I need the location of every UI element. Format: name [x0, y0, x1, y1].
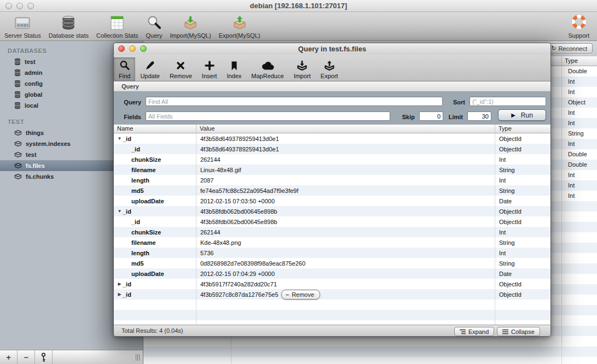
- close-button[interactable]: [5, 3, 12, 9]
- collapse-button[interactable]: Collapse: [497, 327, 540, 336]
- remove-minus-icon: –: [286, 291, 289, 298]
- query-field-label: Query: [117, 99, 141, 105]
- update-button[interactable]: Update: [135, 57, 164, 81]
- update-pen-icon: [144, 59, 155, 72]
- remove-x-icon: [176, 59, 186, 72]
- export-button[interactable]: Export: [316, 57, 343, 81]
- result-row[interactable]: uploadDate 2012-02-15 07:03:50 +0000 Dat…: [114, 196, 550, 206]
- disclosure-expanded-icon[interactable]: [117, 136, 123, 141]
- collection-stats-icon: [109, 14, 125, 32]
- export-mysql-icon: [231, 14, 248, 32]
- type-column-header[interactable]: Type: [499, 125, 512, 132]
- import-box-icon: [297, 59, 308, 72]
- query-window-title: Query in test.fs.files: [298, 45, 366, 53]
- fields-input[interactable]: [146, 111, 390, 121]
- expand-button[interactable]: Expand: [454, 327, 494, 336]
- result-row[interactable]: filename Linux-48x48.gif String: [114, 165, 550, 175]
- support-button[interactable]: Support: [568, 14, 589, 39]
- query-window-titlebar[interactable]: Query in test.fs.files: [114, 43, 550, 55]
- close-button[interactable]: [118, 45, 125, 52]
- zoom-button[interactable]: [140, 45, 147, 52]
- name-column-header[interactable]: Name: [117, 125, 133, 132]
- minimize-button[interactable]: [16, 3, 23, 9]
- remove-button[interactable]: −: [18, 350, 35, 364]
- find-button[interactable]: Find: [114, 57, 135, 81]
- result-row[interactable]: md5 0d8268982d7e08398f98a9eac875e260 Str…: [114, 258, 550, 268]
- database-icon: [14, 102, 21, 109]
- toolbar-item-label: Find: [119, 73, 130, 79]
- database-stats-icon: [60, 14, 77, 32]
- main-window-title: debian [192.168.1.101:27017]: [250, 2, 347, 10]
- export-mysql-button[interactable]: Export(MySQL): [219, 14, 260, 39]
- remove-document-button[interactable]: Remove: [165, 57, 197, 81]
- sort-input[interactable]: [470, 97, 546, 106]
- skip-input[interactable]: [419, 111, 443, 121]
- reconnect-icon: ↻: [551, 45, 556, 52]
- query-form: Query Sort Fields Skip Limit ▶ Run: [114, 92, 550, 125]
- value-column-header[interactable]: Value: [200, 125, 215, 132]
- collection-icon: [14, 130, 22, 136]
- disclosure-collapsed-icon[interactable]: [117, 292, 123, 297]
- insert-button[interactable]: Insert: [197, 57, 222, 81]
- import-mysql-button[interactable]: Import(MySQL): [170, 14, 211, 39]
- resize-grip-icon[interactable]: [136, 354, 140, 361]
- result-row[interactable]: _id 4f3b58fdb062bd00645e898b ObjectId: [114, 216, 550, 227]
- expand-label: Expand: [468, 328, 489, 335]
- collapse-icon: [502, 329, 508, 334]
- result-row[interactable]: filename Kde-48x48.png String: [114, 237, 550, 248]
- index-button[interactable]: Index: [222, 57, 246, 81]
- limit-input[interactable]: [467, 111, 491, 121]
- sidebar-item-label: things: [26, 130, 44, 136]
- toolbar-item-label: Database stats: [49, 32, 89, 39]
- minimize-button[interactable]: [129, 45, 136, 52]
- main-window-titlebar: debian [192.168.1.101:27017]: [0, 0, 597, 12]
- insert-plus-icon: [205, 59, 215, 72]
- query-input[interactable]: [146, 97, 443, 106]
- server-status-icon: [13, 14, 32, 32]
- database-icon: [14, 69, 21, 77]
- sidebar-item-label: local: [25, 102, 38, 109]
- result-row[interactable]: length 2087 Int: [114, 175, 550, 185]
- result-row[interactable]: _id 4f3b5927c8c87da1276e75e5 ObjectId: [114, 289, 550, 300]
- sidebar-item-label: fs.files: [26, 162, 45, 169]
- disclosure-collapsed-icon[interactable]: [117, 281, 123, 286]
- mapreduce-cloud-icon: [260, 59, 275, 72]
- result-row[interactable]: length 5736 Int: [114, 248, 550, 258]
- database-icon: [14, 58, 21, 66]
- reconnect-button[interactable]: ↻ Reconnect: [547, 43, 593, 54]
- add-button[interactable]: +: [0, 350, 18, 364]
- server-status-button[interactable]: Server Status: [4, 14, 41, 39]
- toolbar-item-label: Server Status: [4, 32, 41, 39]
- skip-field-label: Skip: [396, 114, 415, 120]
- index-bookmark-icon: [230, 59, 238, 72]
- remove-row-button[interactable]: – Remove: [281, 290, 320, 300]
- collection-stats-button[interactable]: Collection Stats: [96, 14, 138, 39]
- import-button[interactable]: Import: [289, 57, 316, 81]
- disclosure-expanded-icon[interactable]: [117, 209, 123, 214]
- total-results: Total Results: 4 (0.04s): [121, 327, 183, 334]
- query-button[interactable]: Query: [146, 14, 162, 39]
- result-row[interactable]: _id 4f3b58d6493789259413d0e1 ObjectId: [114, 133, 550, 144]
- support-lifebuoy-icon: [570, 14, 588, 32]
- auth-key-button[interactable]: [35, 350, 53, 364]
- import-mysql-icon: [182, 14, 199, 32]
- result-row[interactable]: chunkSize 262144 Int: [114, 154, 550, 165]
- zoom-button[interactable]: [27, 3, 34, 9]
- mapreduce-button[interactable]: MapReduce: [246, 57, 288, 81]
- database-stats-button[interactable]: Database stats: [49, 14, 89, 39]
- result-row[interactable]: _id 4f3b58d6493789259413d0e1 ObjectId: [114, 144, 550, 154]
- result-row[interactable]: _id 4f3b5917f7240a282dd20c71 ObjectId: [114, 279, 550, 289]
- toolbar-item-label: Update: [140, 73, 159, 79]
- result-row[interactable]: uploadDate 2012-02-15 07:04:29 +0000 Dat…: [114, 268, 550, 279]
- main-toolbar: Server Status Database stats Collection …: [0, 12, 597, 41]
- results-table-header: Name Value Type: [114, 125, 550, 133]
- run-button[interactable]: ▶ Run: [498, 109, 546, 121]
- query-status-bar: Total Results: 4 (0.04s) Expand Collapse: [114, 325, 550, 337]
- results-table: _id 4f3b58d6493789259413d0e1 ObjectId _i…: [114, 133, 550, 325]
- query-section-header[interactable]: Query: [114, 81, 550, 92]
- sidebar-item-label: global: [25, 91, 42, 98]
- result-row[interactable]: md5 fe74ea57fc88c522a0954ad7f9e3fe9f Str…: [114, 185, 550, 196]
- sidebar-item-label: test: [25, 58, 36, 65]
- result-row[interactable]: chunkSize 262144 Int: [114, 227, 550, 237]
- result-row[interactable]: _id 4f3b58fdb062bd00645e898b ObjectId: [114, 206, 550, 216]
